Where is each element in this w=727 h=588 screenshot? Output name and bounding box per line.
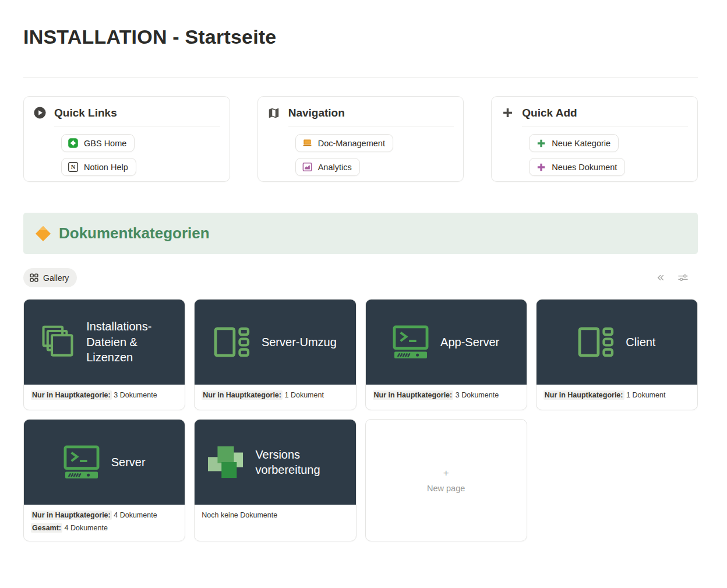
laptop-icon: [302, 138, 313, 149]
notion-help-label: Notion Help: [84, 163, 128, 172]
map-icon: [267, 106, 281, 119]
doc-management-label: Doc-Management: [318, 139, 385, 148]
card-title: Server-Umzug: [262, 335, 337, 350]
dokumentkategorien-banner: Dokumentkategorien: [23, 213, 698, 254]
card-title: Client: [626, 335, 655, 350]
notion-logo-icon: N: [68, 161, 79, 172]
new-page-label: New page: [427, 484, 465, 493]
callout-row: Quick Links GBS Home N Notion Help: [23, 96, 698, 182]
neues-dokument-button[interactable]: Neues Dokument: [529, 158, 625, 176]
card-caption: Nur in Hauptkategorie: 3 Dokumente: [24, 385, 185, 408]
card-caption: Nur in Hauptkategorie: 4 Dokumente Gesam…: [24, 505, 185, 541]
quick-add-title: Quick Add: [522, 107, 577, 119]
title-divider: [23, 78, 698, 78]
view-settings-button[interactable]: [676, 272, 690, 283]
card-cover: Server-Umzug: [195, 300, 355, 385]
grid-icon: [30, 273, 38, 282]
plus-green-icon: [535, 138, 546, 149]
plus-purple-icon: [535, 161, 546, 172]
card-cover: Installations-Dateien & Lizenzen: [24, 300, 185, 385]
card-cover: App-Server: [366, 300, 527, 385]
gallery-view-tab[interactable]: Gallery: [23, 268, 77, 287]
quick-links-card: Quick Links GBS Home N Notion Help: [23, 96, 230, 182]
page-title: INSTALLATION - Startseite: [23, 26, 698, 48]
card-caption: Nur in Hauptkategorie: 3 Dokumente: [366, 385, 527, 408]
card-title: App-Server: [440, 335, 499, 350]
collapse-button[interactable]: [654, 271, 667, 284]
plus-icon: +: [443, 467, 449, 479]
card-title: Versions vorbereitung: [255, 447, 343, 478]
card-installations-dateien-lizenzen[interactable]: Installations-Dateien & Lizenzen Nur in …: [23, 299, 185, 410]
gallery-grid-row-1: Installations-Dateien & Lizenzen Nur in …: [23, 299, 698, 410]
card-server-umzug[interactable]: Server-Umzug Nur in Hauptkategorie: 1 Do…: [194, 299, 356, 410]
section-title: Dokumentkategorien: [59, 224, 210, 242]
card-cover: Versions vorbereitung: [195, 420, 355, 505]
card-caption: Nur in Hauptkategorie: 1 Dokument: [537, 385, 697, 408]
navigation-title: Navigation: [288, 107, 345, 119]
list-box-icon: [214, 326, 250, 358]
notion-help-button[interactable]: N Notion Help: [61, 158, 136, 176]
quick-add-card: Quick Add Neue Kategorie Neues Dokument: [491, 96, 698, 182]
card-caption: Noch keine Dokumente: [195, 505, 355, 528]
card-cover: Server: [24, 420, 185, 505]
gbs-home-button[interactable]: GBS Home: [61, 134, 135, 152]
card-caption: Nur in Hauptkategorie: 1 Dokument: [195, 385, 355, 408]
gbs-app-icon: [68, 138, 79, 149]
doc-management-button[interactable]: Doc-Management: [295, 134, 393, 152]
navigation-card: Navigation Doc-Management Analytics: [257, 96, 464, 182]
play-circle-icon: [33, 106, 47, 119]
card-client[interactable]: Client Nur in Hauptkategorie: 1 Dokument: [536, 299, 698, 410]
svg-text:N: N: [71, 164, 76, 170]
new-page-button[interactable]: + New page: [365, 419, 527, 541]
gallery-grid-row-2: Server Nur in Hauptkategorie: 4 Dokument…: [23, 419, 698, 541]
chart-icon: [302, 161, 313, 172]
analytics-button[interactable]: Analytics: [295, 158, 360, 176]
card-app-server[interactable]: App-Server Nur in Hauptkategorie: 3 Doku…: [365, 299, 527, 410]
card-title: Server: [111, 455, 146, 470]
analytics-label: Analytics: [318, 163, 352, 172]
card-versionsvorbereitung[interactable]: Versions vorbereitung Noch keine Dokumen…: [194, 419, 356, 541]
list-box-icon: [578, 326, 614, 358]
plus-icon: [501, 106, 514, 119]
neue-kategorie-button[interactable]: Neue Kategorie: [529, 134, 619, 152]
copies-icon: [41, 325, 75, 359]
neue-kategorie-label: Neue Kategorie: [552, 139, 610, 148]
quick-links-title: Quick Links: [54, 107, 117, 119]
orange-diamond-icon: [35, 226, 51, 242]
gbs-home-label: GBS Home: [84, 139, 126, 148]
gallery-tab-label: Gallery: [43, 273, 69, 283]
neues-dokument-label: Neues Dokument: [552, 163, 617, 172]
gallery-toolbar: Gallery: [23, 268, 698, 287]
card-cover: Client: [537, 300, 697, 385]
pinwheel-squares-icon: [207, 444, 243, 480]
card-server[interactable]: Server Nur in Hauptkategorie: 4 Dokument…: [23, 419, 185, 541]
terminal-icon: [63, 445, 100, 479]
card-title: Installations-Dateien & Lizenzen: [86, 319, 168, 365]
terminal-icon: [393, 325, 429, 359]
